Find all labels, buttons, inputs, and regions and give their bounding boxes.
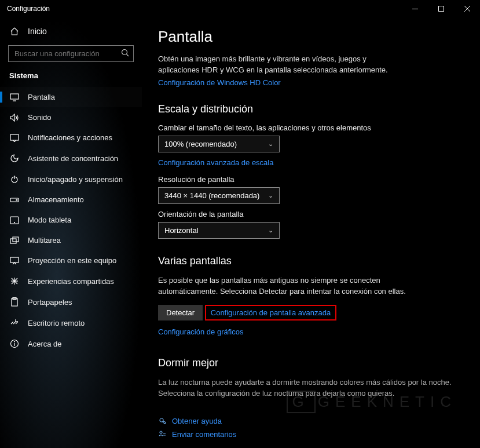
multiple-displays-description: Es posible que las pantallas más antigua… [158,275,407,297]
sidebar-item-portapapeles[interactable]: Portapapeles [0,292,142,312]
advanced-display-link[interactable]: Configuración de pantalla avanzada [211,308,331,317]
sidebar-item-label: Sonido [28,113,51,122]
help-icon [158,417,166,425]
svg-rect-8 [10,134,19,140]
orientation-select[interactable]: Horizontal ⌄ [158,222,280,239]
sidebar-home[interactable]: Inicio [0,22,142,41]
sidebar-item-label: Proyección en este equipo [28,256,116,265]
main-content: Pantalla Obtén una imagen más brillante … [142,17,480,448]
sidebar-item-remoto[interactable]: Escritorio remoto [0,312,142,333]
sidebar-item-label: Escritorio remoto [28,319,85,327]
tablet-icon [9,216,20,224]
sidebar-item-label: Acerca de [28,340,62,348]
sidebar-item-label: Pantalla [28,93,55,101]
notifications-icon [9,134,20,142]
search-icon [121,49,129,57]
sidebar-item-pantalla[interactable]: Pantalla [0,87,142,107]
search-input[interactable] [8,45,134,62]
clipboard-icon [9,297,20,307]
send-feedback-link[interactable]: Enviar comentarios [172,430,236,439]
chevron-down-icon: ⌄ [268,192,273,199]
svg-point-4 [122,50,127,55]
sidebar-item-energia[interactable]: Inicio/apagado y suspensión [0,169,142,190]
sidebar: Inicio Sistema Pantalla Sonido Notificac… [0,17,142,448]
minimize-button[interactable] [402,0,428,17]
sidebar-item-label: Modo tableta [28,216,71,224]
window-title: Configuración [7,5,50,13]
scale-label: Cambiar el tamaño del texto, las aplicac… [158,123,464,132]
focus-icon [9,154,20,163]
advanced-scale-link[interactable]: Configuración avanzada de escala [158,158,273,167]
storage-icon [9,196,20,203]
hd-description: Obtén una imagen más brillante y vibrant… [158,54,407,76]
sidebar-item-notificaciones[interactable]: Notificaciones y acciones [0,128,142,148]
scale-select[interactable]: 100% (recomendado) ⌄ [158,136,280,152]
chevron-down-icon: ⌄ [268,227,273,234]
multiple-displays-heading: Varias pantallas [158,255,464,267]
sidebar-item-acerca[interactable]: Acerca de [0,333,142,354]
sleep-heading: Dormir mejor [158,357,464,369]
shared-icon [9,276,20,286]
sidebar-home-label: Inicio [28,27,47,36]
sidebar-item-label: Experiencias compartidas [28,277,114,286]
maximize-button[interactable] [428,0,454,17]
get-help-link[interactable]: Obtener ayuda [172,417,222,425]
graphics-settings-link[interactable]: Configuración de gráficos [158,327,243,336]
sidebar-item-multitarea[interactable]: Multitarea [0,230,142,250]
sleep-description: La luz nocturna puede ayudarte a dormirt… [158,377,464,399]
remote-icon [9,318,20,327]
svg-point-14 [14,222,15,223]
detect-button[interactable]: Detectar [158,305,203,320]
sidebar-item-almacenamiento[interactable]: Almacenamiento [0,190,142,210]
resolution-select[interactable]: 3440 × 1440 (recomendada) ⌄ [158,187,280,204]
orientation-value: Horizontal [164,226,199,235]
home-icon [9,27,20,36]
svg-rect-0 [412,9,418,9]
display-icon [9,93,20,101]
sidebar-item-sonido[interactable]: Sonido [0,107,142,128]
sidebar-item-label: Notificaciones y acciones [28,133,112,142]
hd-color-link[interactable]: Configuración de Windows HD Color [158,78,281,87]
sidebar-item-tableta[interactable]: Modo tableta [0,210,142,230]
svg-rect-1 [438,6,444,12]
svg-point-28 [14,341,15,342]
sidebar-item-label: Asistente de concentración [28,154,118,163]
sidebar-item-label: Portapapeles [28,298,72,307]
multitask-icon [9,236,20,245]
chevron-down-icon: ⌄ [268,140,273,148]
scale-value: 100% (recomendado) [164,140,237,148]
svg-rect-6 [10,94,19,99]
svg-point-30 [160,431,162,434]
sidebar-item-proyeccion[interactable]: Proyección en este equipo [0,250,142,271]
close-button[interactable] [454,0,480,17]
svg-line-5 [127,54,129,57]
sidebar-item-label: Multitarea [28,236,61,245]
resolution-value: 3440 × 1440 (recomendada) [164,191,259,200]
svg-rect-17 [10,257,19,263]
scale-heading: Escala y distribución [158,103,464,115]
svg-rect-15 [10,239,16,243]
projection-icon [9,257,20,265]
sidebar-item-compartidas[interactable]: Experiencias compartidas [0,271,142,292]
sidebar-item-label: Almacenamiento [28,195,84,204]
page-title: Pantalla [158,28,464,46]
power-icon [9,174,20,184]
svg-point-12 [16,199,17,201]
sidebar-item-label: Inicio/apagado y suspensión [28,175,123,184]
svg-point-29 [160,418,163,422]
sound-icon [9,114,20,122]
about-icon [9,339,20,348]
resolution-label: Resolución de pantalla [158,175,464,184]
sidebar-category: Sistema [0,68,142,87]
feedback-icon [158,431,166,439]
highlighted-box: Configuración de pantalla avanzada [205,305,336,320]
svg-rect-16 [13,237,19,242]
search-box[interactable] [8,45,134,62]
sidebar-item-concentracion[interactable]: Asistente de concentración [0,148,142,169]
orientation-label: Orientación de la pantalla [158,210,464,218]
